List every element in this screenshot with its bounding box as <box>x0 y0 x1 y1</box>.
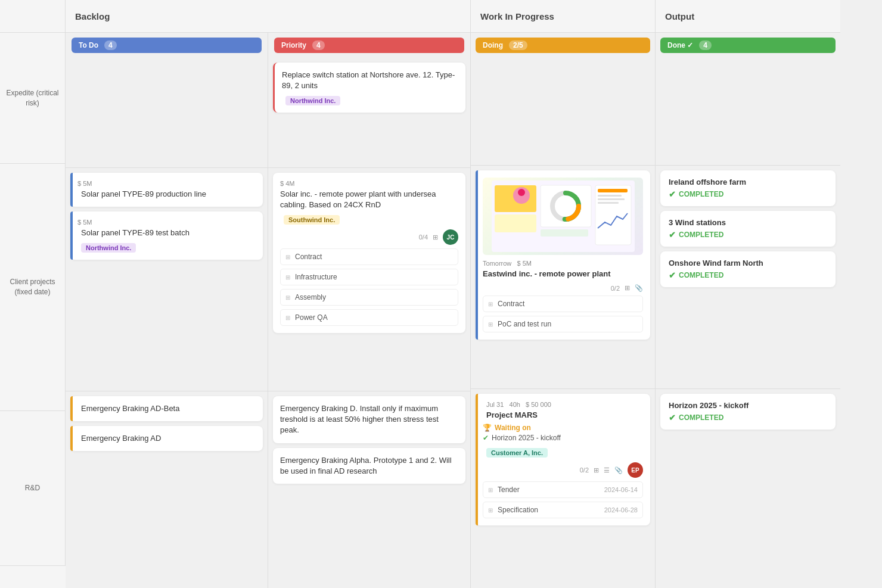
done-badge: ✔ COMPLETED <box>669 413 827 422</box>
done-pill: Done ✓ 4 <box>660 38 836 53</box>
subtask-label: PoC and test run <box>498 320 551 328</box>
check-icon: ✔ <box>669 413 676 422</box>
done-card-ireland[interactable]: Ireland offshore farm ✔ COMPLETED <box>660 170 836 206</box>
group-backlog-header: Backlog <box>66 0 470 33</box>
subtask-icon: ⊞ <box>594 466 599 474</box>
card-solar-production[interactable]: $ 5M Solar panel TYPE-89 production line <box>70 173 263 207</box>
card-meta: 0/2 ⊞ ☰ 📎 EP <box>483 462 643 478</box>
group-backlog: Backlog To Do 4 <box>66 0 471 588</box>
card-bar <box>70 396 73 421</box>
subtask-label: Specification <box>498 506 538 514</box>
card-title: Emergency Braking Alpha. Prototype 1 and… <box>280 455 458 477</box>
doing-count: 2/5 <box>509 41 527 50</box>
card-tag[interactable]: Southwind Inc. <box>284 215 340 225</box>
card-date-amount: Tomorrow $ 5M <box>483 260 643 267</box>
done-card-title: Onshore Wind farm North <box>669 259 827 267</box>
done-badge: ✔ COMPLETED <box>669 189 827 199</box>
waiting-label: Waiting on <box>495 424 531 432</box>
done-badge: ✔ COMPLETED <box>669 230 827 239</box>
card-eb-ad[interactable]: Emergency Braking AD <box>70 426 263 451</box>
subtask-contract[interactable]: ⊞ Contract <box>280 248 458 265</box>
done-card-onshore[interactable]: Onshore Wind farm North ✔ COMPLETED <box>660 251 836 287</box>
subtask-label: Infrastructure <box>295 273 337 281</box>
card-image <box>483 178 643 255</box>
subtask-icon: ⊞ <box>488 321 493 328</box>
done-card-title: Horizon 2025 - kickoff <box>669 401 827 410</box>
subtask-icon: ⊞ <box>433 234 438 241</box>
card-date: Jul 31 <box>486 401 504 408</box>
check-icon: ✔ <box>669 270 676 280</box>
priority-header: Priority 4 <box>268 33 470 58</box>
paperclip-icon: 📎 <box>614 466 623 474</box>
done-rd-cell: Horizon 2025 - kickoff ✔ COMPLETED <box>656 389 840 520</box>
svg-rect-8 <box>598 189 628 192</box>
card-title: Solar panel TYPE-89 test batch <box>77 228 256 238</box>
subtask-icon: ⊞ <box>285 274 290 281</box>
card-eb-beta[interactable]: Emergency Braking AD-Beta <box>70 396 263 421</box>
done-header-wrap: Done ✓ 4 <box>656 33 840 55</box>
doing-header-wrap: Doing 2/5 <box>471 33 655 55</box>
card-bar <box>476 170 478 340</box>
priority-client-cell: $ 4M Solar inc. - remote power plant wit… <box>268 168 470 391</box>
card-switch-station[interactable]: Replace switch station at Nortshore ave.… <box>273 63 465 113</box>
subtask-icon: ⊞ <box>488 301 493 307</box>
subtask-power-qa[interactable]: ⊞ Power QA <box>280 309 458 326</box>
priority-rd-cell: Emergency Braking D. Install only if max… <box>268 391 470 522</box>
card-eastwind[interactable]: Tomorrow $ 5M Eastwind inc. - remote pow… <box>476 170 650 340</box>
card-title: Eastwind inc. - remote power plant <box>483 269 643 279</box>
subtask-poc[interactable]: ⊞ PoC and test run <box>483 316 643 332</box>
subtask-contract[interactable]: ⊞ Contract <box>483 295 643 312</box>
card-amount: $ 4M <box>280 180 458 187</box>
subtask-icon: ⊞ <box>625 284 630 292</box>
check-icon: ✔ <box>669 230 676 239</box>
horizon-link[interactable]: ✔ Horizon 2025 - kickoff <box>483 434 643 442</box>
group-wip: Work In Progress Doing 2/5 <box>471 0 656 588</box>
done-card-title: Ireland offshore farm <box>669 178 827 186</box>
card-bar <box>476 394 478 525</box>
subtask-tender[interactable]: ⊞ Tender 2024-06-14 <box>483 481 643 498</box>
card-solar-inc[interactable]: $ 4M Solar inc. - remote power plant wit… <box>273 173 465 333</box>
group-output-header: Output <box>656 0 840 33</box>
done-card-title: 3 Wind stations <box>669 218 827 227</box>
wip-expedite-cell <box>471 55 655 166</box>
svg-point-13 <box>518 189 525 196</box>
card-tag[interactable]: Northwind Inc. <box>81 243 136 253</box>
card-tag[interactable]: Northwind Inc. <box>285 96 340 105</box>
subtask-infrastructure[interactable]: ⊞ Infrastructure <box>280 269 458 285</box>
done-count: 4 <box>699 41 712 50</box>
subtask-icon: ⊞ <box>285 294 290 301</box>
doing-pill: Doing 2/5 <box>476 38 650 53</box>
group-backlog-label: Backlog <box>75 11 110 21</box>
subtask-icon: ⊞ <box>285 315 290 321</box>
done-status: COMPLETED <box>679 413 723 422</box>
subtask-assembly[interactable]: ⊞ Assembly <box>280 289 458 306</box>
done-client-cell: Ireland offshore farm ✔ COMPLETED 3 Wind… <box>656 166 840 389</box>
horizon-label: Horizon 2025 - kickoff <box>492 434 561 442</box>
subtask-count: 0/2 <box>611 285 620 292</box>
subtask-specification[interactable]: ⊞ Specification 2024-06-28 <box>483 502 643 518</box>
subtask-icon: ⊞ <box>285 254 290 260</box>
todo-count: 4 <box>104 41 117 50</box>
priority-label: Priority <box>281 41 306 49</box>
wip-client-cell: Tomorrow $ 5M Eastwind inc. - remote pow… <box>471 166 655 389</box>
list-icon: ☰ <box>604 466 610 474</box>
board: Expedite (critical risk) Client projects… <box>0 0 882 588</box>
corner-spacer <box>0 0 66 33</box>
row-label-expedite: Expedite (critical risk) <box>0 33 66 164</box>
done-card-wind-stations[interactable]: 3 Wind stations ✔ COMPLETED <box>660 211 836 247</box>
avatar-ep: EP <box>628 462 643 478</box>
card-bar <box>70 426 73 451</box>
card-eb-alpha[interactable]: Emergency Braking Alpha. Prototype 1 and… <box>273 448 465 484</box>
card-eb-d[interactable]: Emergency Braking D. Install only if max… <box>273 396 465 443</box>
card-tag[interactable]: Customer A, Inc. <box>486 448 548 458</box>
card-project-mars[interactable]: Jul 31 40h $ 50 000 Project MARS 🏆 Waiti… <box>476 394 650 525</box>
doing-label: Doing <box>483 41 503 49</box>
card-title: Emergency Braking AD-Beta <box>77 403 256 414</box>
card-solar-test-batch[interactable]: $ 5M Solar panel TYPE-89 test batch Nort… <box>70 211 263 260</box>
done-card-horizon[interactable]: Horizon 2025 - kickoff ✔ COMPLETED <box>660 394 836 430</box>
card-title: Solar inc. - remote power plant with und… <box>280 189 458 210</box>
card-title: Replace switch station at Nortshore ave.… <box>282 70 458 91</box>
group-output: Output Done ✓ 4 Ireland offshore farm ✔ … <box>656 0 840 588</box>
group-wip-label: Work In Progress <box>480 11 554 21</box>
done-status: COMPLETED <box>679 190 723 198</box>
